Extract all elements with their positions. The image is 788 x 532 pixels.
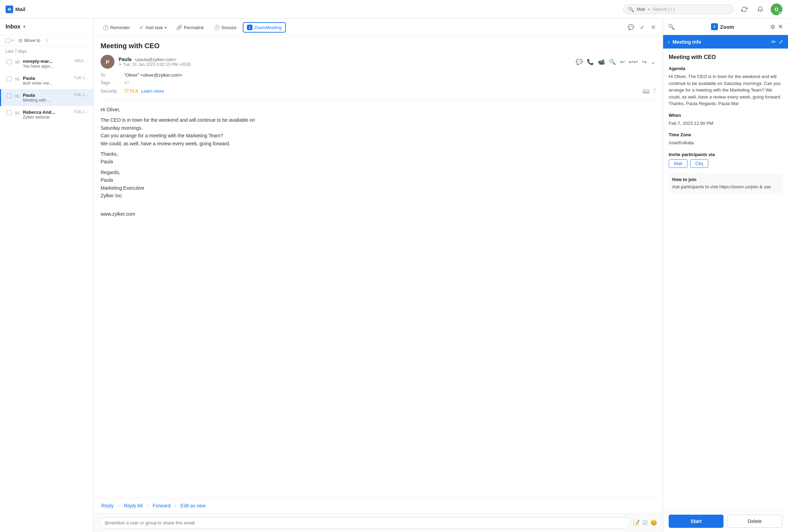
zoom-invite-section: Invite participants via Mail Cliq [669,152,782,168]
mail-preview: Meeting with ... [23,98,70,103]
reply-input[interactable] [99,517,630,529]
dot-separator: • [174,503,176,508]
search-scope-dropdown-icon[interactable]: ▾ [648,7,650,12]
reply-icon[interactable]: ↩ [619,58,625,66]
reminder-button[interactable]: 🕐 Reminder [99,23,133,32]
zoom-when-label: When [669,113,782,118]
invite-cliq-button[interactable]: Cliq [690,159,708,168]
mail-item-checkbox[interactable] [7,76,11,81]
task-icon[interactable]: ☑ [643,520,648,526]
snooze-button[interactable]: 🕐 Snooze [210,23,240,32]
zoom-logo-icon: Z [247,25,252,30]
zoom-how-to-join-label: How to join [672,177,779,182]
invite-mail-button[interactable]: Mail [669,159,687,168]
forward-button[interactable]: Forward [152,502,171,509]
zoom-delete-button[interactable]: Delete [727,515,782,528]
checkbox-dropdown-icon[interactable]: ▾ [12,38,14,43]
more-actions-icon[interactable]: ⌄ [650,58,656,66]
more-options-button[interactable]: ⋮ [44,38,49,43]
flag-icon: ⚑ [119,63,122,67]
mail-item-active[interactable]: ✉ Paula Meeting with ... TUE J... [0,89,93,106]
mail-item[interactable]: ✉ Rebecca And... Zylker webinar TUE J... [0,106,93,123]
add-task-dropdown-icon[interactable]: ▾ [165,26,166,29]
close-email-icon[interactable]: ✕ [649,23,657,32]
zoom-agenda-section: Agenda Hi Oliver, The CEO is in town for… [669,66,782,107]
add-task-button[interactable]: ✓ Add task ▾ [136,23,170,32]
zoom-close-icon[interactable]: ✕ [778,23,783,31]
search-bar[interactable]: 🔍 Mail ▾ Search ( / ) [623,5,734,14]
mail-item[interactable]: ✉ Paula tech writer me... TUE J... [0,72,93,89]
dot-separator: • [147,503,148,508]
email-body: Hi Oliver, The CEO is in town for the we… [94,100,663,498]
sync-icon-button[interactable] [739,4,750,15]
zoom-meeting-info-header: ‹ Meeting info ✏ ⤢ [663,35,788,49]
mail-date: TUE J... [74,110,88,114]
sidebar-toolbar: ▾ Move to ⋮ [0,35,93,46]
video-icon[interactable]: 📹 [597,58,606,66]
mail-envelope-icon: ✉ [15,110,19,117]
mail-meta: TUE J... [74,76,88,80]
dot-separator: • [118,503,120,508]
main-area: Inbox ▾ ▾ Move to ⋮ Last 7 days [0,19,788,532]
call-icon[interactable]: 📞 [586,58,594,66]
tags-row: Tags 🏷 [101,79,656,86]
user-avatar[interactable]: O [771,3,782,15]
book-icon[interactable]: 📖 [643,88,650,94]
zoom-meeting-button[interactable]: Z ZoomMeeting [243,22,286,33]
emoji-icon[interactable]: 😊 [650,520,657,526]
select-all-checkbox[interactable]: ▾ [6,38,14,43]
zoom-agenda-label: Agenda [669,66,782,71]
mail-meta: TUE J... [74,93,88,97]
move-to-button[interactable]: Move to [18,38,40,43]
chat-reply-icon[interactable]: 💬 [575,58,583,66]
compose-icon[interactable]: 📝 [633,520,640,526]
forward-icon[interactable]: ↪ [641,58,647,66]
zoom-start-button[interactable]: Start [669,515,723,528]
zoom-back-icon[interactable]: ‹ [668,39,670,45]
inbox-chevron-icon[interactable]: ▾ [23,24,25,29]
mail-item-content: Paula Meeting with ... [23,93,70,103]
zoom-how-to-join-section: How to join Ask participants to visit ht… [669,173,782,194]
reply-all-icon[interactable]: ↩↩ [628,58,639,66]
edit-as-new-button[interactable]: Edit as new [180,502,206,509]
search-in-email-icon[interactable]: 🔍 [608,58,617,66]
link-icon: 🔗 [176,25,182,30]
email-timestamp: ⚑ Tue, 31 Jan 2023 4:02:10 PM +0530 [119,62,571,67]
body-line-1: Hi Oliver, [101,106,642,113]
zoom-edit-icon[interactable]: ✏ [771,38,776,45]
reply-input-icons: 📝 ☑ 😊 [633,520,657,526]
mail-date: TUE J... [74,93,88,97]
mail-item-content: noreply-mar... You have apps... [23,59,71,69]
zoom-panel-header: 🔍 Z Zoom ⚙ ✕ [663,19,788,35]
top-bar-icons: O [739,3,782,15]
top-bar: M Mail 🔍 Mail ▾ Search ( / ) O [0,0,788,19]
shield-icon: 🛡 [124,88,129,94]
email-toolbar: 🕐 Reminder ✓ Add task ▾ 🔗 Permalink 🕐 Sn… [94,19,663,36]
zoom-settings-icon[interactable]: ⚙ [770,24,775,30]
notification-bell-icon[interactable] [755,4,766,15]
reply-button[interactable]: Reply [101,502,114,509]
sidebar: Inbox ▾ ▾ Move to ⋮ Last 7 days [0,19,94,532]
reply-all-button[interactable]: Reply All [123,502,143,509]
share-icon[interactable]: ⤴ [653,88,656,94]
mail-item[interactable]: ✉ noreply-mar... You have apps... WED ..… [0,55,93,72]
learn-more-link[interactable]: Learn more [141,88,164,94]
mail-envelope-icon: ✉ [15,59,19,66]
mail-item-checkbox[interactable] [7,110,11,115]
zoom-timezone-section: Time Zone Asia/Kolkata [669,132,782,146]
zoom-open-external-icon[interactable]: ⤢ [779,38,783,45]
zoom-invite-label: Invite participants via [669,152,782,157]
search-input-placeholder: Search ( / ) [653,7,729,12]
app-container: M Mail 🔍 Mail ▾ Search ( / ) O [0,0,788,532]
chat-icon-button[interactable]: 💬 [627,23,635,32]
sender-name: Paula [119,57,131,62]
expand-icon-button[interactable]: ⤢ [638,23,646,32]
permalink-button[interactable]: 🔗 Permalink [173,23,207,32]
mail-item-checkbox[interactable] [7,59,11,64]
zoom-search-icon[interactable]: 🔍 [668,24,675,30]
mail-meta: TUE J... [74,110,88,114]
mail-logo-icon: M [6,6,13,13]
zoom-panel-title: Z Zoom [678,23,768,30]
mail-item-checkbox[interactable] [7,93,11,98]
email-subject: Meeting with CEO [101,42,656,50]
